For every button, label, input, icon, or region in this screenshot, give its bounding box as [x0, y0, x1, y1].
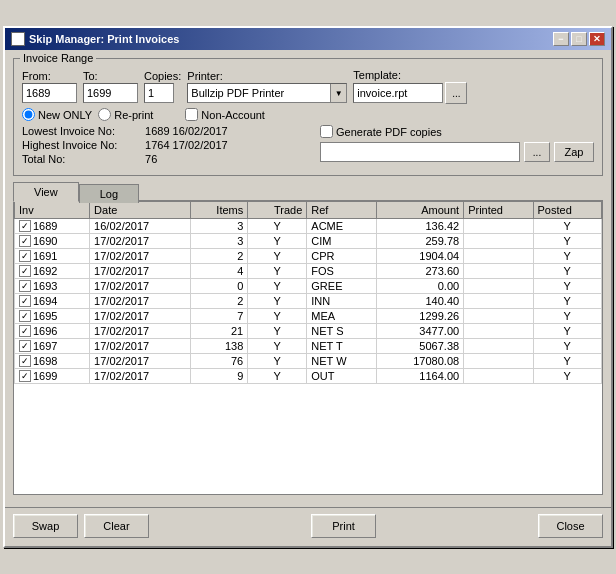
template-browse-button[interactable]: ...: [445, 82, 467, 104]
cell-inv[interactable]: 1693: [15, 279, 90, 294]
cell-items: 0: [191, 279, 248, 294]
cell-inv[interactable]: 1695: [15, 309, 90, 324]
cell-amount: 140.40: [377, 294, 464, 309]
row-checkbox[interactable]: [19, 325, 31, 337]
pdf-browse-button[interactable]: ...: [524, 142, 550, 162]
printer-dropdown-arrow[interactable]: ▼: [330, 84, 346, 102]
maximize-button[interactable]: □: [571, 32, 587, 46]
generate-pdf-label: Generate PDF copies: [336, 126, 442, 138]
tab-log-label: Log: [100, 188, 118, 200]
cell-inv[interactable]: 1691: [15, 249, 90, 264]
new-only-radio[interactable]: New ONLY: [22, 108, 92, 121]
total-label: Total No:: [22, 153, 142, 165]
zap-button[interactable]: Zap: [554, 142, 594, 162]
template-label: Template:: [353, 69, 467, 81]
template-input[interactable]: [353, 83, 443, 103]
print-button[interactable]: Print: [311, 514, 376, 538]
col-inv: Inv: [15, 202, 90, 219]
invoice-table-container[interactable]: Inv Date Items Trade Ref Amount Printed …: [13, 200, 603, 495]
table-row: 169217/02/20174YFOS273.60Y: [15, 264, 602, 279]
cell-posted: Y: [533, 234, 602, 249]
cell-posted: Y: [533, 339, 602, 354]
printer-field-group: Printer: Bullzip PDF Printer ▼: [187, 70, 347, 103]
row-checkbox[interactable]: [19, 280, 31, 292]
cell-printed: [464, 354, 533, 369]
cell-items: 2: [191, 294, 248, 309]
cell-inv[interactable]: 1694: [15, 294, 90, 309]
cell-posted: Y: [533, 264, 602, 279]
cell-inv[interactable]: 1696: [15, 324, 90, 339]
cell-inv[interactable]: 1690: [15, 234, 90, 249]
minimize-button[interactable]: −: [553, 32, 569, 46]
from-label: From:: [22, 70, 77, 82]
non-account-checkbox[interactable]: Non-Account: [185, 108, 265, 121]
row-checkbox[interactable]: [19, 355, 31, 367]
cell-amount: 273.60: [377, 264, 464, 279]
row-checkbox[interactable]: [19, 310, 31, 322]
cell-amount: 0.00: [377, 279, 464, 294]
cell-items: 76: [191, 354, 248, 369]
table-row: 169717/02/2017138YNET T5067.38Y: [15, 339, 602, 354]
highest-date: 17/02/2017: [173, 139, 228, 151]
title-bar: Skip Manager: Print Invoices − □ ✕: [5, 28, 611, 50]
reprint-radio[interactable]: Re-print: [98, 108, 153, 121]
cell-amount: 17080.08: [377, 354, 464, 369]
cell-ref: GREE: [307, 279, 377, 294]
bottom-right-buttons: Close: [538, 514, 603, 538]
tabs-container: View Log: [13, 182, 603, 201]
cell-inv[interactable]: 1697: [15, 339, 90, 354]
pdf-section: Generate PDF copies ... Zap: [320, 125, 594, 167]
generate-pdf-checkbox-input[interactable]: [320, 125, 333, 138]
tab-log[interactable]: Log: [79, 184, 139, 203]
cell-items: 21: [191, 324, 248, 339]
generate-pdf-checkbox[interactable]: Generate PDF copies: [320, 125, 594, 138]
row-checkbox[interactable]: [19, 250, 31, 262]
cell-inv[interactable]: 1692: [15, 264, 90, 279]
cell-amount: 1164.00: [377, 369, 464, 384]
cell-date: 17/02/2017: [90, 249, 191, 264]
cell-posted: Y: [533, 324, 602, 339]
row-checkbox[interactable]: [19, 340, 31, 352]
table-row: 169817/02/201776YNET W17080.08Y: [15, 354, 602, 369]
col-ref: Ref: [307, 202, 377, 219]
swap-button[interactable]: Swap: [13, 514, 78, 538]
cell-trade: Y: [248, 219, 307, 234]
col-date: Date: [90, 202, 191, 219]
row-checkbox[interactable]: [19, 235, 31, 247]
cell-date: 17/02/2017: [90, 339, 191, 354]
reprint-radio-input[interactable]: [98, 108, 111, 121]
inv-value: 1690: [33, 235, 57, 247]
close-button[interactable]: Close: [538, 514, 603, 538]
cell-trade: Y: [248, 309, 307, 324]
row-checkbox[interactable]: [19, 265, 31, 277]
tab-view[interactable]: View: [13, 182, 79, 202]
group-box-title: Invoice Range: [20, 52, 96, 64]
from-input[interactable]: [22, 83, 77, 103]
to-input[interactable]: [83, 83, 138, 103]
highest-info: Highest Invoice No: 1764 17/02/2017: [22, 139, 228, 151]
row-checkbox[interactable]: [19, 370, 31, 382]
row-checkbox[interactable]: [19, 220, 31, 232]
non-account-checkbox-input[interactable]: [185, 108, 198, 121]
row-checkbox[interactable]: [19, 295, 31, 307]
cell-inv[interactable]: 1689: [15, 219, 90, 234]
table-header-row: Inv Date Items Trade Ref Amount Printed …: [15, 202, 602, 219]
reprint-label: Re-print: [114, 109, 153, 121]
pdf-path-input[interactable]: [320, 142, 520, 162]
cell-inv[interactable]: 1698: [15, 354, 90, 369]
printer-combo[interactable]: Bullzip PDF Printer ▼: [187, 83, 347, 103]
close-window-button[interactable]: ✕: [589, 32, 605, 46]
table-row: 169117/02/20172YCPR1904.04Y: [15, 249, 602, 264]
cell-trade: Y: [248, 324, 307, 339]
to-field-group: To:: [83, 70, 138, 103]
new-only-radio-input[interactable]: [22, 108, 35, 121]
clear-button[interactable]: Clear: [84, 514, 149, 538]
cell-inv[interactable]: 1699: [15, 369, 90, 384]
copies-input[interactable]: [144, 83, 174, 103]
title-bar-left: Skip Manager: Print Invoices: [11, 32, 179, 46]
non-account-label: Non-Account: [201, 109, 265, 121]
cell-amount: 259.78: [377, 234, 464, 249]
table-row: 169617/02/201721YNET S3477.00Y: [15, 324, 602, 339]
cell-date: 17/02/2017: [90, 324, 191, 339]
window-body: Invoice Range From: To: Copies: Printer:: [5, 50, 611, 503]
